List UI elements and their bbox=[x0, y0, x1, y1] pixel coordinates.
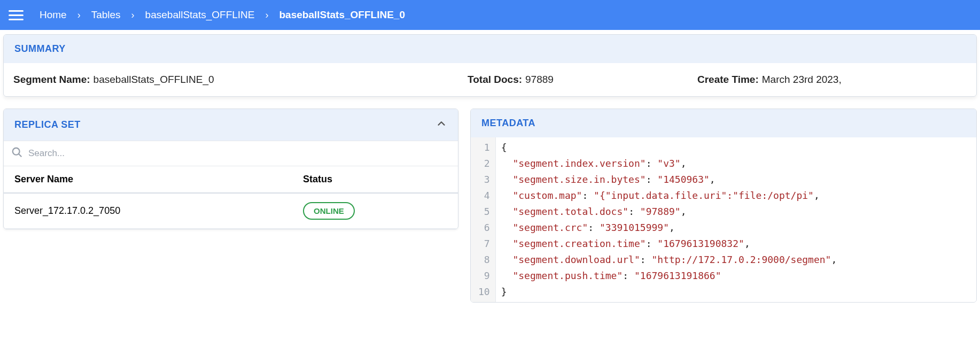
segment-name-field: Segment Name: baseballStats_OFFLINE_0 bbox=[13, 74, 468, 86]
svg-line-1 bbox=[19, 154, 22, 157]
metadata-title: METADATA bbox=[481, 118, 535, 129]
chevron-right-icon: › bbox=[77, 10, 81, 21]
chevron-right-icon: › bbox=[131, 10, 135, 21]
create-time-value: March 23rd 2023, bbox=[762, 74, 842, 86]
json-code[interactable]: { "segment.index.version": "v3", "segmen… bbox=[496, 137, 843, 302]
menu-icon[interactable] bbox=[9, 7, 24, 22]
col-status[interactable]: Status bbox=[292, 166, 458, 193]
metadata-header[interactable]: METADATA bbox=[471, 109, 976, 137]
create-time-field: Create Time: March 23rd 2023, bbox=[697, 74, 842, 86]
total-docs-field: Total Docs: 97889 bbox=[468, 74, 697, 86]
total-docs-value: 97889 bbox=[525, 74, 554, 86]
status-badge: ONLINE bbox=[303, 202, 355, 220]
metadata-card: METADATA 1 2 3 4 5 6 7 8 9 10 { "segment… bbox=[470, 109, 977, 303]
chevron-right-icon: › bbox=[265, 10, 268, 21]
table-row: Server_172.17.0.2_7050 ONLINE bbox=[4, 193, 458, 229]
total-docs-label: Total Docs: bbox=[468, 74, 522, 86]
summary-header: SUMMARY bbox=[4, 35, 976, 63]
replica-set-card: REPLICA SET Server Name Status bbox=[3, 109, 458, 229]
svg-point-0 bbox=[13, 148, 20, 155]
summary-card: SUMMARY Segment Name: baseballStats_OFFL… bbox=[3, 34, 977, 97]
chevron-up-icon[interactable] bbox=[435, 118, 447, 132]
replica-table: Server Name Status Server_172.17.0.2_705… bbox=[4, 166, 458, 229]
replica-set-title: REPLICA SET bbox=[14, 119, 81, 130]
col-server-name[interactable]: Server Name bbox=[4, 166, 292, 193]
top-bar: Home › Tables › baseballStats_OFFLINE › … bbox=[0, 0, 980, 30]
search-row bbox=[4, 141, 458, 166]
search-icon bbox=[11, 146, 23, 160]
breadcrumb-tables[interactable]: Tables bbox=[88, 7, 124, 23]
replica-set-header[interactable]: REPLICA SET bbox=[4, 109, 458, 141]
segment-name-value: baseballStats_OFFLINE_0 bbox=[94, 74, 214, 86]
search-input[interactable] bbox=[28, 148, 450, 159]
status-cell: ONLINE bbox=[292, 193, 458, 229]
summary-header-title: SUMMARY bbox=[14, 43, 66, 55]
breadcrumb-segment-name: baseballStats_OFFLINE_0 bbox=[276, 7, 408, 23]
metadata-json-viewer[interactable]: 1 2 3 4 5 6 7 8 9 10 { "segment.index.ve… bbox=[471, 137, 976, 302]
breadcrumb-table-name[interactable]: baseballStats_OFFLINE bbox=[142, 7, 258, 23]
server-name-cell: Server_172.17.0.2_7050 bbox=[4, 193, 292, 229]
line-number-gutter: 1 2 3 4 5 6 7 8 9 10 bbox=[471, 137, 496, 302]
create-time-label: Create Time: bbox=[697, 74, 759, 86]
breadcrumb-home[interactable]: Home bbox=[36, 7, 70, 23]
segment-name-label: Segment Name: bbox=[13, 74, 90, 86]
breadcrumb: Home › Tables › baseballStats_OFFLINE › … bbox=[36, 7, 408, 23]
